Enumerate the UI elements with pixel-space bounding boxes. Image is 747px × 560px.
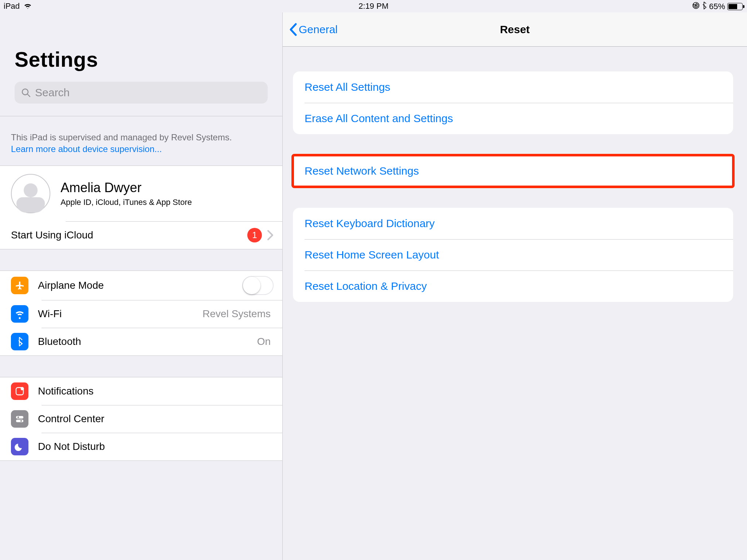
reset-group-2: Reset Network Settings bbox=[293, 155, 733, 187]
bt-label: Bluetooth bbox=[38, 336, 81, 347]
svg-point-5 bbox=[21, 387, 24, 390]
svg-rect-1 bbox=[695, 5, 697, 7]
bluetooth-settings-icon bbox=[11, 333, 28, 350]
reset-group-3: Reset Keyboard Dictionary Reset Home Scr… bbox=[293, 208, 733, 302]
back-label: General bbox=[299, 23, 338, 36]
notifications-icon bbox=[11, 382, 28, 400]
reset-home-screen-layout[interactable]: Reset Home Screen Layout bbox=[293, 239, 733, 271]
notifications-label: Notifications bbox=[38, 385, 94, 397]
wifi-cell[interactable]: Wi-Fi Revel Systems bbox=[0, 300, 282, 328]
airplane-mode-cell[interactable]: Airplane Mode bbox=[0, 271, 282, 300]
search-input[interactable]: Search bbox=[15, 82, 268, 104]
start-using-icloud-cell[interactable]: Start Using iCloud 1 bbox=[0, 221, 282, 249]
icloud-badge: 1 bbox=[247, 228, 262, 242]
chevron-left-icon bbox=[289, 23, 297, 36]
svg-rect-6 bbox=[16, 416, 23, 419]
svg-point-7 bbox=[18, 416, 19, 418]
settings-sidebar: Settings Search This iPad is supervised … bbox=[0, 12, 283, 560]
apple-id-cell[interactable]: Amelia Dwyer Apple ID, iCloud, iTunes & … bbox=[0, 166, 282, 221]
moon-icon bbox=[11, 438, 28, 455]
wifi-icon bbox=[23, 1, 32, 11]
mdm-note: This iPad is supervised and managed by R… bbox=[0, 116, 282, 166]
chevron-right-icon bbox=[267, 230, 274, 241]
wifi-value: Revel Systems bbox=[202, 308, 274, 320]
system-group: Notifications Control Center Do Not Dist… bbox=[0, 377, 282, 461]
search-icon bbox=[21, 88, 31, 97]
control-center-cell[interactable]: Control Center bbox=[0, 405, 282, 433]
airplane-label: Airplane Mode bbox=[38, 280, 104, 291]
reset-group-1: Reset All Settings Erase All Content and… bbox=[293, 71, 733, 134]
erase-all-content[interactable]: Erase All Content and Settings bbox=[293, 103, 733, 134]
nav-bar: General Reset bbox=[283, 12, 747, 47]
notifications-cell[interactable]: Notifications bbox=[0, 377, 282, 405]
dnd-cell[interactable]: Do Not Disturb bbox=[0, 433, 282, 460]
rotation-lock-icon bbox=[692, 2, 700, 11]
wifi-label: Wi-Fi bbox=[38, 308, 62, 320]
reset-location-privacy[interactable]: Reset Location & Privacy bbox=[293, 271, 733, 302]
profile-sub: Apple ID, iCloud, iTunes & App Store bbox=[61, 198, 192, 207]
icloud-label: Start Using iCloud bbox=[11, 229, 93, 241]
reset-keyboard-dictionary[interactable]: Reset Keyboard Dictionary bbox=[293, 208, 733, 239]
svg-point-9 bbox=[20, 420, 22, 422]
reset-network-settings[interactable]: Reset Network Settings bbox=[293, 155, 733, 187]
status-bar: iPad 2:19 PM 65% bbox=[0, 0, 747, 12]
device-label: iPad bbox=[4, 1, 20, 11]
bt-value: On bbox=[257, 336, 274, 347]
battery-pct: 65% bbox=[709, 2, 725, 11]
mdm-learn-more-link[interactable]: Learn more about device supervision... bbox=[11, 144, 162, 154]
svg-line-3 bbox=[27, 94, 30, 97]
control-center-icon bbox=[11, 410, 28, 428]
battery-icon bbox=[727, 3, 743, 10]
wifi-settings-icon bbox=[11, 305, 28, 323]
reset-all-settings[interactable]: Reset All Settings bbox=[293, 71, 733, 103]
back-button[interactable]: General bbox=[289, 23, 338, 36]
profile-name: Amelia Dwyer bbox=[61, 180, 192, 195]
profile-group: Amelia Dwyer Apple ID, iCloud, iTunes & … bbox=[0, 166, 282, 249]
airplane-icon bbox=[11, 277, 28, 294]
mdm-text: This iPad is supervised and managed by R… bbox=[11, 132, 232, 142]
nav-title: Reset bbox=[500, 23, 530, 36]
airplane-toggle[interactable] bbox=[242, 276, 274, 295]
clock: 2:19 PM bbox=[359, 1, 388, 11]
detail-pane: General Reset Reset All Settings Erase A… bbox=[283, 12, 747, 560]
cc-label: Control Center bbox=[38, 413, 104, 425]
settings-title: Settings bbox=[0, 12, 282, 82]
bluetooth-icon bbox=[702, 1, 707, 12]
svg-rect-8 bbox=[16, 420, 23, 422]
dnd-label: Do Not Disturb bbox=[38, 441, 105, 452]
search-placeholder: Search bbox=[35, 86, 70, 99]
avatar bbox=[11, 174, 50, 213]
connectivity-group: Airplane Mode Wi-Fi Revel Systems Blueto… bbox=[0, 271, 282, 356]
bluetooth-cell[interactable]: Bluetooth On bbox=[0, 328, 282, 355]
